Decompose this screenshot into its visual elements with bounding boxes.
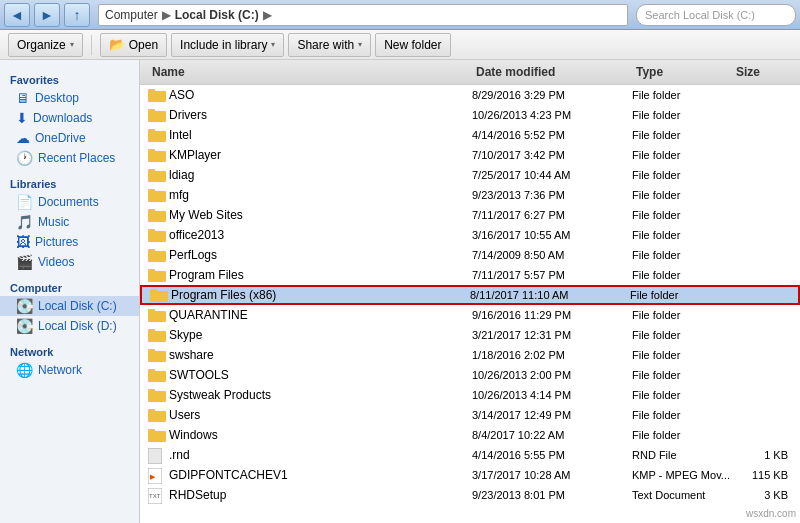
sidebar-item-local-disk-d[interactable]: 💽 Local Disk (D:) [0,316,139,336]
file-name-cell: Skype [148,328,472,342]
column-headers: Name Date modified Type Size [140,60,800,85]
include-library-button[interactable]: Include in library ▾ [171,33,284,57]
sidebar-item-local-disk-c[interactable]: 💽 Local Disk (C:) [0,296,139,316]
col-header-name[interactable]: Name [148,63,472,81]
open-button[interactable]: 📂 Open [100,33,167,57]
table-row[interactable]: Program Files (x86) 8/11/2017 11:10 AM F… [140,285,800,305]
folder-icon [148,388,164,402]
table-row[interactable]: mfg 9/23/2013 7:36 PM File folder [140,185,800,205]
file-name: ldiag [169,168,194,182]
svg-rect-25 [148,329,155,332]
file-name: ASO [169,88,194,102]
table-row[interactable]: Users 3/14/2017 12:49 PM File folder [140,405,800,425]
sidebar-item-network[interactable]: 🌐 Network [0,360,139,380]
sidebar-item-videos[interactable]: 🎬 Videos [0,252,139,272]
address-sep-1: ▶ [162,8,171,22]
computer-section-title: Computer [0,276,139,296]
sidebar-item-desktop[interactable]: 🖥 Desktop [0,88,139,108]
folder-icon [148,108,164,122]
col-header-date[interactable]: Date modified [472,63,632,81]
file-name: office2013 [169,228,224,242]
file-name: My Web Sites [169,208,243,222]
file-name-cell: Program Files [148,268,472,282]
sidebar-item-music[interactable]: 🎵 Music [0,212,139,232]
table-row[interactable]: QUARANTINE 9/16/2016 11:29 PM File folde… [140,305,800,325]
table-row[interactable]: Drivers 10/26/2013 4:23 PM File folder [140,105,800,125]
file-date: 7/11/2017 5:57 PM [472,269,632,281]
share-arrow: ▾ [358,40,362,49]
table-row[interactable]: Skype 3/21/2017 12:31 PM File folder [140,325,800,345]
file-name-cell: QUARANTINE [148,308,472,322]
share-with-button[interactable]: Share with ▾ [288,33,371,57]
file-name-cell: Windows [148,428,472,442]
sidebar-item-recent-places[interactable]: 🕐 Recent Places [0,148,139,168]
col-header-type[interactable]: Type [632,63,732,81]
svg-rect-12 [148,211,166,222]
up-button[interactable]: ↑ [64,3,90,27]
search-bar[interactable]: Search Local Disk (C:) [636,4,796,26]
file-name: Systweak Products [169,388,271,402]
sidebar-item-downloads[interactable]: ⬇ Downloads [0,108,139,128]
file-name: GDIPFONTCACHEV1 [169,468,288,482]
table-row[interactable]: office2013 3/16/2017 10:55 AM File folde… [140,225,800,245]
sidebar-documents-label: Documents [38,195,99,209]
file-name-cell: SWTOOLS [148,368,472,382]
sidebar-onedrive-label: OneDrive [35,131,86,145]
file-name: Users [169,408,200,422]
table-row[interactable]: SWTOOLS 10/26/2013 2:00 PM File folder [140,365,800,385]
table-row[interactable]: Program Files 7/11/2017 5:57 PM File fol… [140,265,800,285]
address-bar[interactable]: Computer ▶ Local Disk (C:) ▶ [98,4,628,26]
file-type: KMP - MPEG Mov... [632,469,732,481]
table-row[interactable]: Systweak Products 10/26/2013 4:14 PM Fil… [140,385,800,405]
watermark: wsxdn.com [746,508,796,519]
sidebar-local-disk-d-label: Local Disk (D:) [38,319,117,333]
svg-rect-29 [148,369,155,372]
file-type: File folder [632,369,732,381]
table-row[interactable]: swshare 1/18/2016 2:02 PM File folder [140,345,800,365]
svg-rect-0 [148,91,166,102]
file-type: File folder [632,389,732,401]
file-type: File folder [632,409,732,421]
table-row[interactable]: Intel 4/14/2016 5:52 PM File folder [140,125,800,145]
table-row[interactable]: Windows 8/4/2017 10:22 AM File folder [140,425,800,445]
table-row[interactable]: PerfLogs 7/14/2009 8:50 AM File folder [140,245,800,265]
sidebar-item-documents[interactable]: 📄 Documents [0,192,139,212]
file-name: swshare [169,348,214,362]
table-row[interactable]: ▶ GDIPFONTCACHEV1 3/17/2017 10:28 AM KMP… [140,465,800,485]
videos-icon: 🎬 [16,254,33,270]
sidebar-downloads-label: Downloads [33,111,92,125]
media-file-icon: ▶ [148,468,164,482]
table-row[interactable]: .rnd 4/14/2016 5:55 PM RND File 1 KB [140,445,800,465]
folder-icon [148,308,164,322]
sidebar-pictures-label: Pictures [35,235,78,249]
table-row[interactable]: KMPlayer 7/10/2017 3:42 PM File folder [140,145,800,165]
back-button[interactable]: ◄ [4,3,30,27]
sidebar-network-label: Network [38,363,82,377]
file-date: 7/25/2017 10:44 AM [472,169,632,181]
file-type: RND File [632,449,732,461]
table-row[interactable]: ASO 8/29/2016 3:29 PM File folder [140,85,800,105]
col-header-size[interactable]: Size [732,63,792,81]
file-type: File folder [632,269,732,281]
svg-rect-8 [148,171,166,182]
file-name-cell: KMPlayer [148,148,472,162]
table-row[interactable]: TXT RHDSetup 9/23/2013 8:01 PM Text Docu… [140,485,800,505]
file-type: File folder [632,349,732,361]
svg-rect-19 [148,269,155,272]
file-name: KMPlayer [169,148,221,162]
svg-rect-24 [148,331,166,342]
table-row[interactable]: ldiag 7/25/2017 10:44 AM File folder [140,165,800,185]
forward-button[interactable]: ► [34,3,60,27]
organize-button[interactable]: Organize ▾ [8,33,83,57]
sidebar-item-onedrive[interactable]: ☁ OneDrive [0,128,139,148]
file-date: 8/4/2017 10:22 AM [472,429,632,441]
folder-icon [148,268,164,282]
svg-rect-2 [148,111,166,122]
file-name: Program Files (x86) [171,288,276,302]
new-folder-button[interactable]: New folder [375,33,450,57]
sidebar-item-pictures[interactable]: 🖼 Pictures [0,232,139,252]
generic-file-icon [148,448,164,462]
file-type: File folder [632,169,732,181]
file-name-cell: Systweak Products [148,388,472,402]
table-row[interactable]: My Web Sites 7/11/2017 6:27 PM File fold… [140,205,800,225]
